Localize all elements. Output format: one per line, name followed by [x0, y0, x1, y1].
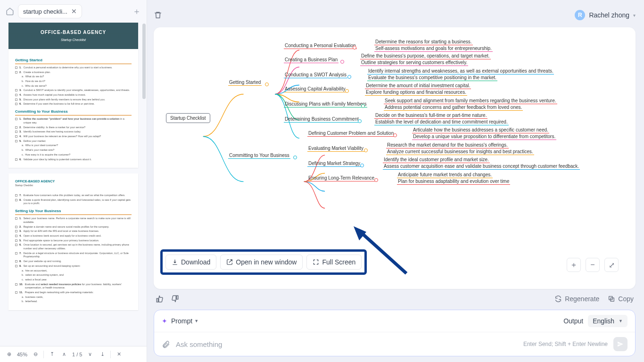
open-new-window-button[interactable]: Open in new window — [220, 255, 303, 270]
preview-page-2[interactable]: OFFICE-BASED AGENCY Startup Checklist 7.… — [8, 173, 138, 310]
expand-dot[interactable] — [265, 82, 269, 86]
document-tab[interactable]: startup checkli... ✕ — [18, 4, 82, 18]
mindmap-leaf[interactable]: Decide on the business's full-time or pa… — [374, 112, 487, 119]
trash-icon[interactable] — [154, 11, 162, 19]
action-highlight-box: Download Open in new window Full Screen — [160, 249, 367, 275]
prompt-label: Prompt — [171, 317, 192, 325]
mindmap-leaf[interactable]: Self-assess motivations and goals for en… — [374, 45, 493, 52]
mindmap-leaf[interactable]: Establish the level of dedication and ti… — [374, 119, 509, 125]
mindmap-node[interactable]: Assessing Capital Availability — [284, 86, 347, 92]
user-name: Rachel zhong — [589, 11, 629, 19]
mindmap-node[interactable]: Ensuring Long-Term Relevance — [307, 175, 375, 181]
send-button[interactable] — [613, 337, 627, 351]
zoom-in-icon[interactable]: ⊕ — [5, 350, 13, 359]
home-icon[interactable] — [6, 7, 14, 16]
expand-dot[interactable] — [353, 46, 356, 49]
mindmap-leaf[interactable]: Define the business's purpose, operation… — [360, 53, 491, 59]
zoom-out-icon[interactable]: ⊖ — [31, 350, 40, 359]
close-preview-icon[interactable]: ✕ — [115, 350, 123, 359]
expand-dot[interactable] — [360, 164, 364, 167]
mindmap-branch[interactable]: Committing to Your Business — [228, 152, 290, 159]
sidebar: startup checkli... ✕ ＋ OFFICE-BASED AGEN… — [0, 0, 147, 362]
attachment-icon[interactable] — [162, 340, 170, 348]
expand-dot[interactable] — [340, 60, 344, 64]
expand-dot[interactable] — [374, 178, 378, 182]
send-icon — [617, 340, 624, 348]
user-menu[interactable]: R Rachel zhong ▾ — [575, 10, 636, 20]
expand-button[interactable]: ⤢ — [604, 258, 619, 272]
download-icon — [172, 259, 178, 265]
expand-dot[interactable] — [364, 148, 368, 152]
mindmap-leaf[interactable]: Outline strategies for serving customers… — [360, 59, 468, 66]
expand-dot[interactable] — [361, 104, 365, 108]
mindmap-leaf[interactable]: Analyze current successful businesses fo… — [386, 148, 534, 155]
fullscreen-button[interactable]: Full Screen — [306, 255, 362, 270]
mindmap-node[interactable]: Evaluating Market Viability — [307, 145, 364, 152]
regenerate-icon — [554, 295, 562, 303]
fullscreen-icon — [313, 259, 319, 265]
mindmap-leaf[interactable]: Anticipate future market trends and chan… — [397, 172, 493, 178]
mindmap-node[interactable]: Creating a Business Plan — [284, 57, 339, 63]
page-indicator: 1 / 5 — [72, 352, 82, 357]
mindmap-canvas[interactable]: Startup Checklist Getting Started Commit… — [162, 32, 627, 280]
mindmap-node[interactable]: Conducting a SWOT Analysis — [284, 72, 347, 78]
prompt-box: ✦ Prompt ▼ Output English ▼ Enter Send; … — [154, 310, 636, 356]
tab-title: startup checkli... — [23, 8, 67, 15]
mindmap-leaf[interactable]: Address potential concerns and gather fe… — [384, 104, 523, 111]
mindmap-leaf[interactable]: Determine the amount of initial investme… — [365, 82, 471, 89]
expand-dot[interactable] — [393, 133, 397, 137]
close-icon[interactable]: ✕ — [71, 8, 77, 15]
mindmap-node[interactable]: Conducting a Personal Evaluation — [284, 42, 357, 49]
mindmap-leaf[interactable]: Explore funding options and financial re… — [365, 89, 467, 96]
preview-page-1[interactable]: OFFICE-BASED AGENCY Startup Checklist Ge… — [8, 23, 138, 168]
copy-icon — [608, 295, 615, 303]
section-title: Getting Started — [15, 58, 132, 63]
scrollbar-thumb[interactable] — [142, 24, 146, 99]
zoom-out-button[interactable]: − — [586, 258, 600, 272]
language-select[interactable]: English ▼ — [588, 315, 627, 327]
prompt-input[interactable] — [176, 340, 518, 348]
chevron-down-icon[interactable]: ▼ — [194, 319, 198, 323]
mindmap-node[interactable]: Discussing Plans with Family Members — [284, 101, 367, 107]
external-link-icon — [226, 259, 233, 265]
first-page-icon[interactable]: ⤒ — [48, 350, 56, 359]
expand-dot[interactable] — [358, 119, 362, 123]
mindmap-leaf[interactable]: Determine the reasons for starting a bus… — [374, 39, 473, 45]
thumbs-up-icon[interactable] — [156, 295, 164, 303]
mindmap-leaf[interactable]: Research the market demand for the busin… — [386, 142, 509, 148]
feedback-row: Regenerate Copy — [156, 295, 634, 303]
mindmap-branch[interactable]: Getting Started — [228, 79, 262, 86]
mindmap-leaf[interactable]: Identify internal strengths and weakness… — [367, 68, 554, 74]
mindmap-node[interactable]: Defining Customer Problem and Solution — [307, 130, 395, 137]
mindmap-node[interactable]: Defining Market Strategy — [307, 160, 361, 167]
next-page-icon[interactable]: ∨ — [86, 350, 94, 359]
zoom-in-button[interactable]: ＋ — [567, 258, 581, 272]
mindmap-leaf[interactable]: Identify the ideal customer profile and … — [383, 156, 490, 163]
tab-bar: startup checkli... ✕ ＋ — [0, 0, 147, 23]
mindmap-leaf[interactable]: Evaluate the business's competitive posi… — [367, 74, 497, 81]
document-preview[interactable]: OFFICE-BASED AGENCY Startup Checklist Ge… — [0, 23, 147, 346]
copy-button[interactable]: Copy — [608, 295, 634, 303]
section-title: Setting Up Your Business — [15, 208, 132, 214]
mindmap-root[interactable]: Startup Checklist — [166, 113, 210, 123]
mindmap-leaf[interactable]: Assess customer acquisition ease and val… — [383, 163, 580, 170]
expand-dot[interactable] — [293, 156, 297, 159]
prev-page-icon[interactable]: ∧ — [60, 350, 68, 359]
regenerate-button[interactable]: Regenerate — [554, 295, 599, 303]
add-tab-button[interactable]: ＋ — [132, 6, 141, 17]
mindmap-leaf[interactable]: Plan for business adaptability and evolu… — [397, 178, 510, 185]
hero-title: OFFICE-BASED AGENCY — [12, 29, 134, 36]
content-card: Startup Checklist Getting Started Commit… — [154, 27, 636, 289]
download-button[interactable]: Download — [165, 255, 216, 270]
mindmap-node[interactable]: Determining Business Commitment — [284, 116, 360, 123]
mindmap-leaf[interactable]: Develop a unique value proposition to di… — [412, 133, 556, 140]
chevron-down-icon: ▾ — [633, 13, 636, 18]
mindmap-leaf[interactable]: Seek support and alignment from family m… — [384, 98, 557, 104]
sparkle-icon: ✦ — [162, 317, 167, 325]
last-page-icon[interactable]: ⤓ — [98, 350, 107, 359]
expand-dot[interactable] — [347, 75, 351, 79]
mindmap-leaf[interactable]: Articulate how the business addresses a … — [412, 127, 549, 133]
thumbs-down-icon[interactable] — [171, 295, 179, 303]
expand-dot[interactable] — [345, 89, 349, 93]
section-title: Committing to Your Business — [15, 109, 132, 114]
